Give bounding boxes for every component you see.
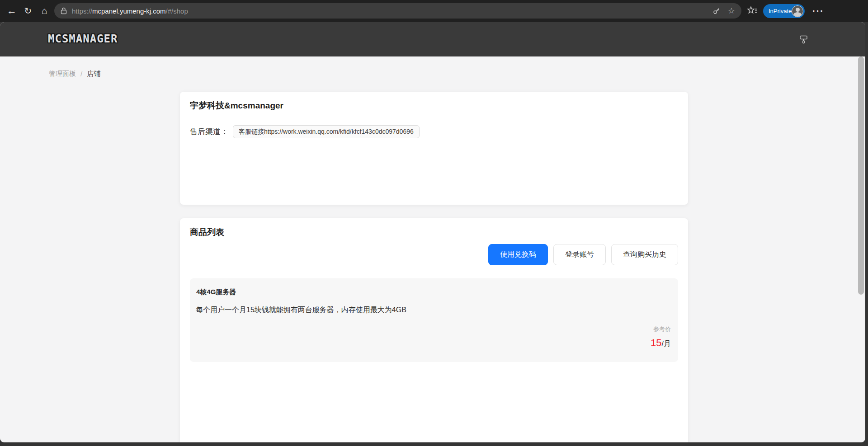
breadcrumb-separator: /	[80, 70, 82, 78]
favorite-star-icon[interactable]: ☆	[728, 6, 735, 16]
login-account-button[interactable]: 登录账号	[553, 244, 606, 265]
product-list-card: 商品列表 使用兑换码 登录账号 查询购买历史 4核4G服务器 每个用户一个月15…	[180, 218, 688, 442]
page-scrollbar-thumb[interactable]	[858, 56, 864, 295]
shop-info-card: 宇梦科技&mcsmanager 售后渠道： 客服链接https://work.w…	[180, 92, 688, 205]
url-path: /#/shop	[166, 7, 188, 15]
favorites-hub-icon[interactable]	[747, 6, 758, 18]
avatar-head	[796, 8, 800, 12]
breadcrumb-shop: 店铺	[87, 70, 100, 78]
profile-avatar[interactable]	[792, 5, 803, 17]
site-header: MCSMANAGER	[0, 22, 865, 56]
paint-roller-icon[interactable]	[799, 35, 808, 46]
avatar-shoulders	[793, 12, 802, 17]
url-scheme: https://	[72, 7, 92, 15]
web-content: MCSMANAGER 管理面板 / 店铺 宇梦科技&mcsmanager 售后渠…	[0, 22, 865, 442]
mcsmanager-logo[interactable]: MCSMANAGER	[48, 33, 118, 45]
price-unit: /月	[662, 339, 671, 349]
product-description: 每个用户一个月15块钱就能拥有两台服务器，内存使用最大为4GB	[196, 305, 406, 315]
browser-menu-icon[interactable]: ···	[810, 5, 826, 17]
password-key-icon[interactable]	[712, 7, 721, 15]
url-domain: mcpanel.yumeng-kj.com	[92, 7, 166, 15]
browser-toolbar: ← ↻ ⌂ https://mcpanel.yumeng-kj.com/#/sh…	[0, 0, 868, 22]
purchase-history-button[interactable]: 查询购买历史	[611, 244, 678, 265]
price-row: 15 /月	[651, 337, 671, 349]
address-bar[interactable]: https://mcpanel.yumeng-kj.com/#/shop ☆	[54, 3, 741, 19]
price-value: 15	[651, 337, 661, 349]
refresh-icon[interactable]: ↻	[22, 5, 34, 17]
inprivate-badge[interactable]: InPrivate	[763, 4, 805, 18]
inprivate-label: InPrivate	[769, 8, 792, 14]
back-icon[interactable]: ←	[5, 5, 18, 17]
redeem-code-button[interactable]: 使用兑换码	[488, 244, 548, 265]
lock-icon[interactable]	[61, 7, 67, 14]
after-sales-label: 售后渠道：	[190, 127, 228, 137]
shop-info-title: 宇梦科技&mcsmanager	[190, 100, 283, 112]
url-text[interactable]: https://mcpanel.yumeng-kj.com/#/shop	[72, 7, 188, 15]
product-list-title: 商品列表	[190, 226, 224, 238]
product-item[interactable]: 4核4G服务器 每个用户一个月15块钱就能拥有两台服务器，内存使用最大为4GB …	[190, 278, 678, 362]
customer-service-link[interactable]: 客服链接https://work.weixin.qq.com/kfid/kfcf…	[233, 125, 420, 138]
breadcrumb-admin-panel[interactable]: 管理面板	[49, 70, 76, 78]
home-icon[interactable]: ⌂	[38, 5, 51, 17]
product-actions: 使用兑换码 登录账号 查询购买历史	[488, 244, 678, 265]
product-name: 4核4G服务器	[196, 288, 236, 296]
reference-price-label: 参考价	[653, 325, 671, 333]
breadcrumb: 管理面板 / 店铺	[49, 70, 100, 78]
after-sales-row: 售后渠道： 客服链接https://work.weixin.qq.com/kfi…	[190, 125, 420, 138]
